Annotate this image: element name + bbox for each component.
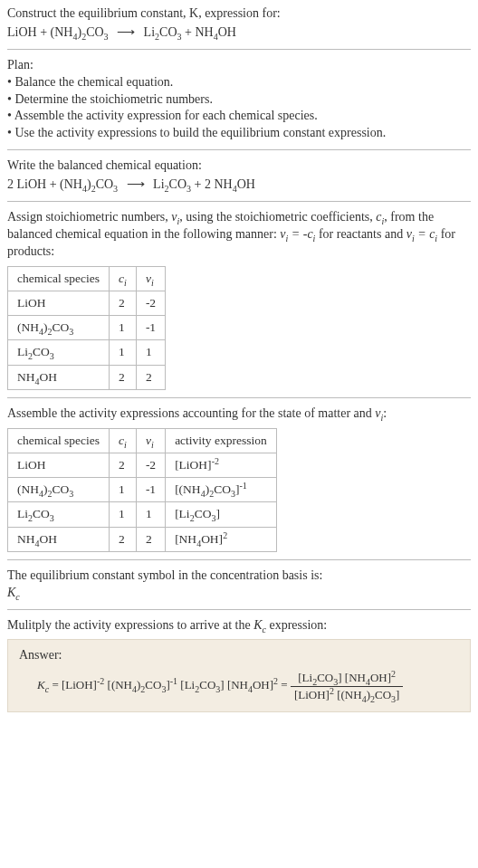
- section-activity: Assemble the activity expressions accoun…: [7, 397, 471, 552]
- stoich-table: chemical species ci νi LiOH 2 -2 (NH4)2C…: [7, 266, 166, 390]
- reaction-arrow-icon: ⟶: [111, 25, 140, 39]
- activity-table: chemical species ci νi activity expressi…: [7, 428, 277, 552]
- section-prompt: Construct the equilibrium constant, K, e…: [7, 5, 471, 42]
- table-row: NH4OH 2 2 [NH4OH]2: [8, 527, 277, 551]
- table-row: NH4OH 2 2: [8, 365, 166, 389]
- table-row: LiOH 2 -2: [8, 291, 166, 315]
- section-balanced: Write the balanced chemical equation: 2 …: [7, 149, 471, 194]
- balanced-heading: Write the balanced chemical equation:: [7, 157, 471, 175]
- fraction: [Li2CO3] [NH4OH]2[LiOH]2 [(NH4)2CO3]: [291, 670, 403, 702]
- balanced-equation: 2 LiOH + (NH4)2CO3 ⟶ Li2CO3 + 2 NH4OH: [7, 176, 471, 194]
- activity-heading: Assemble the activity expressions accoun…: [7, 405, 471, 423]
- answer-label: Answer:: [19, 647, 459, 664]
- unbalanced-equation: LiOH + (NH4)2CO3 ⟶ Li2CO3 + NH4OH: [7, 24, 471, 42]
- reaction-arrow-icon: ⟶: [121, 177, 150, 191]
- plan-heading: Plan:: [7, 57, 471, 74]
- kc-expression: Kc = [LiOH]-2 [(NH4)2CO3]-1 [Li2CO3] [NH…: [19, 670, 459, 702]
- table-row: (NH4)2CO3 1 -1 [(NH4)2CO3]-1: [8, 478, 277, 502]
- kc-text: The equilibrium constant symbol in the c…: [7, 568, 471, 585]
- plan-item: • Determine the stoichiometric numbers.: [7, 91, 471, 109]
- table-row: Li2CO3 1 1 [Li2CO3]: [8, 502, 277, 527]
- prompt-line: Construct the equilibrium constant, K, e…: [7, 5, 471, 23]
- col-species: chemical species: [8, 266, 110, 291]
- plan-item: • Assemble the activity expression for e…: [7, 108, 471, 125]
- section-kc-symbol: The equilibrium constant symbol in the c…: [7, 559, 471, 602]
- section-multiply: Mulitply the activity expressions to arr…: [7, 609, 471, 713]
- table-row: chemical species ci νi activity expressi…: [8, 428, 277, 453]
- col-ci: ci: [110, 266, 137, 291]
- table-row: LiOH 2 -2 [LiOH]-2: [8, 453, 277, 477]
- section-plan: Plan: • Balance the chemical equation. •…: [7, 49, 471, 142]
- table-row: (NH4)2CO3 1 -1: [8, 316, 166, 340]
- table-row: chemical species ci νi: [8, 266, 166, 291]
- kc-symbol: Kc: [7, 585, 471, 602]
- section-stoich: Assign stoichiometric numbers, νi, using…: [7, 201, 471, 390]
- answer-box: Answer: Kc = [LiOH]-2 [(NH4)2CO3]-1 [Li2…: [7, 639, 471, 712]
- col-vi: νi: [136, 266, 165, 291]
- multiply-text: Mulitply the activity expressions to arr…: [7, 617, 471, 634]
- stoich-text: Assign stoichiometric numbers, νi, using…: [7, 209, 471, 261]
- table-row: Li2CO3 1 1: [8, 340, 166, 365]
- plan-item: • Balance the chemical equation.: [7, 74, 471, 91]
- prompt-text: Construct the equilibrium constant, K, e…: [7, 6, 281, 20]
- plan-item: • Use the activity expressions to build …: [7, 125, 471, 142]
